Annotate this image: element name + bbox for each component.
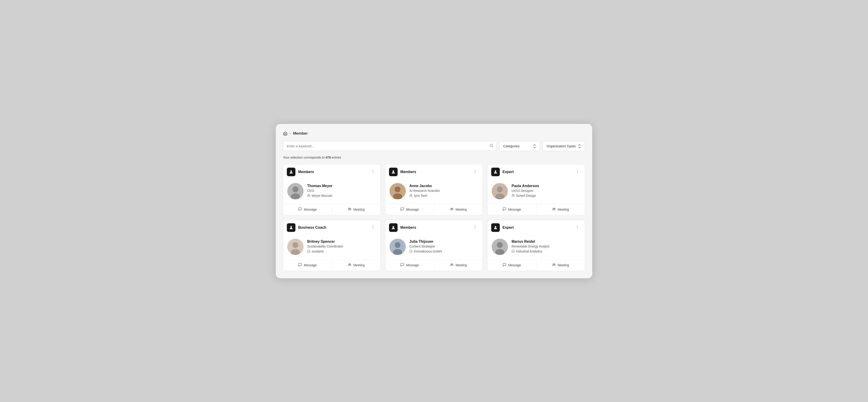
meeting-button-5[interactable]: Meeting [434,260,483,271]
card-actions-3: Message Meeting [488,204,585,215]
meeting-icon-5 [450,263,454,268]
card-menu-button-2[interactable] [471,169,479,175]
card-menu-button-3[interactable] [574,169,581,175]
search-input[interactable] [283,141,497,151]
card-actions-5: Message Meeting [385,259,483,271]
meeting-button-1[interactable]: Meeting [332,204,381,215]
svg-point-16 [475,172,475,173]
member-org-6: Industrial Analytics [512,250,549,253]
member-name-1: Thomas Meyer [307,184,333,188]
org-types-chevron-icon [578,144,581,148]
categories-filter[interactable]: Categories [499,141,540,151]
card-menu-button-4[interactable] [369,224,377,231]
meeting-icon-4 [348,263,351,268]
meeting-icon-1 [348,207,351,212]
card-header-1: Members [283,165,380,179]
svg-point-51 [451,263,452,264]
message-button-2[interactable]: Message [385,204,434,215]
message-button-1[interactable]: Message [283,204,332,215]
member-card-1: Members Thomas Meyer CEO [283,164,381,216]
home-icon[interactable] [283,131,287,136]
search-icon [489,143,493,149]
card-actions-2: Message Meeting [385,204,483,215]
svg-point-58 [497,242,503,248]
svg-point-56 [577,228,578,229]
svg-point-45 [475,226,475,226]
member-role-5: Content Strategist [409,245,442,248]
card-body-2: Anne Jacobs AI Research Scientist Iyrix … [385,179,483,204]
svg-point-27 [577,172,578,173]
card-type-label-2: Members [400,170,416,174]
svg-point-4 [373,171,373,172]
avatar-5 [390,239,406,255]
meeting-icon-6 [552,263,556,268]
svg-point-24 [495,170,496,172]
svg-point-15 [475,171,475,172]
org-icon-4 [307,250,310,253]
svg-rect-9 [308,195,310,196]
categories-label: Categories [503,144,520,148]
message-icon-2 [400,207,404,212]
svg-point-22 [451,208,452,209]
card-header-2: Members [385,165,483,179]
app-window: > Member Categories Organization [276,124,592,278]
card-actions-4: Message Meeting [283,259,380,271]
org-types-filter[interactable]: Organization Types [543,141,585,151]
cards-grid: Members Thomas Meyer CEO [283,164,585,271]
card-type-icon-5 [389,223,398,232]
message-icon-6 [502,263,506,268]
avatar-3 [492,183,508,199]
meeting-button-3[interactable]: Meeting [536,204,585,215]
member-name-4: Britney Spencer [307,239,343,243]
card-header-4: Business Coach [283,220,380,235]
message-button-6[interactable]: Message [488,260,536,271]
meeting-button-6[interactable]: Meeting [536,260,585,271]
meeting-button-2[interactable]: Meeting [434,204,483,215]
member-card-5: Members Julia Thijssen Conten [385,220,483,271]
message-icon-4 [298,263,302,268]
card-type-label-3: Expert [502,170,514,174]
card-menu-button-5[interactable] [471,224,479,231]
card-actions-6: Message Meeting [488,259,585,271]
svg-point-2 [290,170,292,172]
org-icon-3 [512,194,515,198]
member-info-4: Britney Spencer Sustainability Coordinat… [307,239,343,253]
svg-point-33 [553,208,554,209]
svg-point-18 [395,186,401,192]
member-card-6: Expert Marius Reidel Renewabl [487,220,585,271]
org-types-label: Organization Types [547,144,576,148]
member-info-2: Anne Jacobs AI Research Scientist Iyrix … [409,183,440,198]
member-card-2: Members Anne Jacobs AI Resear [385,164,483,216]
member-info-1: Thomas Meyer CEO Meyer Biscuits [307,183,333,198]
member-name-3: Paula Anderson [512,184,539,188]
svg-point-26 [577,171,578,172]
member-org-2: Iyrix Tech [409,194,440,198]
result-count: Your selection corresponds to 479 entrie… [283,156,585,159]
member-org-3: Scherf Design [512,194,539,198]
message-button-3[interactable]: Message [488,204,536,215]
card-body-3: Paula Anderson UX/UI Designer Scherf Des… [488,179,585,204]
card-type-icon-1 [287,168,296,176]
card-menu-button-6[interactable] [574,224,581,231]
member-info-5: Julia Thijssen Content Strategist Emmali… [409,239,442,253]
card-header-left-5: Members [389,223,416,232]
breadcrumb: > Member [283,131,585,136]
card-body-4: Britney Spencer Sustainability Coordinat… [283,235,380,259]
card-actions-1: Message Meeting [283,204,380,215]
message-button-4[interactable]: Message [283,260,332,271]
card-header-left-1: Members [287,168,314,176]
member-role-1: CEO [307,189,333,193]
svg-point-44 [393,226,394,228]
svg-point-0 [490,144,493,147]
svg-point-29 [497,186,503,192]
avatar-6 [492,239,508,255]
message-button-5[interactable]: Message [385,260,434,271]
member-name-6: Marius Reidel [512,239,549,243]
card-menu-button-1[interactable] [369,169,377,175]
member-info-6: Marius Reidel Renewable Energy Analyst I… [512,239,549,253]
member-role-6: Renewable Energy Analyst [512,245,549,248]
card-type-icon-2 [389,168,398,176]
member-org-1: Meyer Biscuits [307,194,333,198]
svg-point-46 [475,227,475,227]
meeting-button-4[interactable]: Meeting [332,260,381,271]
